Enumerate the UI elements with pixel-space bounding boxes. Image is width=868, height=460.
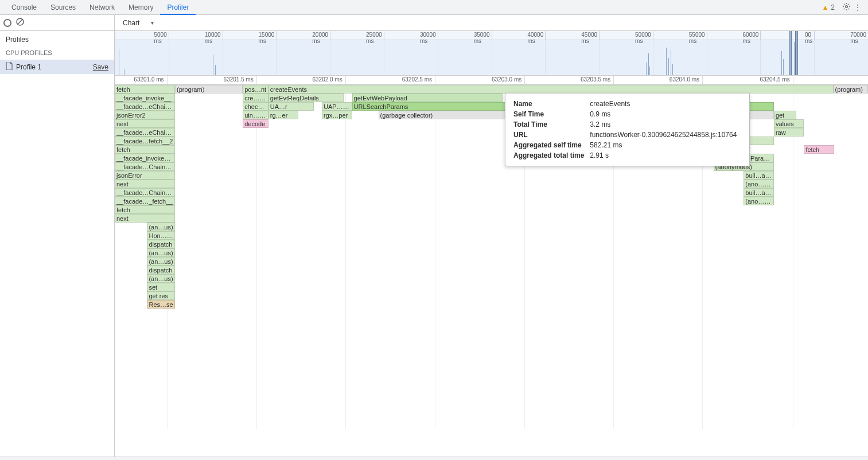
clear-button[interactable]: [15, 18, 25, 28]
flame-bar[interactable]: (an…us): [147, 257, 175, 266]
ruler-tick-label: 63203.5 ms: [581, 76, 610, 83]
ruler-tick-label: 63201.5 ms: [224, 76, 254, 83]
profile-name: Profile 1: [16, 63, 93, 71]
flame-bar[interactable]: UA…r: [268, 102, 314, 111]
flame-bar[interactable]: get: [774, 111, 796, 119]
view-mode-select[interactable]: Chart: [119, 17, 157, 29]
profile-row[interactable]: Profile 1 Save: [0, 60, 114, 74]
warning-count[interactable]: ▲ 2: [822, 3, 835, 11]
more-button[interactable]: ⋮: [852, 3, 863, 11]
profiles-sidebar: Profiles CPU PROFILES Profile 1 Save: [0, 15, 115, 460]
flame-bar[interactable]: createEvents: [268, 85, 834, 93]
flame-bar[interactable]: fetch: [804, 145, 834, 154]
tooltip-key: URL: [513, 130, 589, 139]
tooltip-value: 582.21 ms: [590, 141, 741, 150]
tooltip-value: 0.9 ms: [590, 110, 741, 119]
flame-bar[interactable]: rgx…per: [322, 111, 352, 119]
profiles-toolbar: [0, 15, 114, 31]
clear-icon: [15, 17, 25, 28]
flame-bar[interactable]: __facade_invoke__: [115, 93, 175, 102]
flame-bar[interactable]: (an…us): [147, 248, 175, 257]
flame-bar[interactable]: Res…se: [147, 300, 175, 309]
view-toolbar: Chart: [115, 15, 868, 31]
tooltip-value: functionsWorker-0.3009624625244858.js:10…: [590, 130, 741, 139]
flame-bar[interactable]: fetch: [115, 205, 175, 214]
flame-tooltip: NamecreateEventsSelf Time0.9 msTotal Tim…: [505, 93, 750, 166]
flame-bar[interactable]: jsonError2: [115, 111, 175, 119]
record-button[interactable]: [3, 19, 11, 27]
ruler-tick-label: 63203.0 ms: [492, 76, 521, 83]
ruler-tick-label: 63202.5 ms: [402, 76, 432, 83]
flame-bar[interactable]: jsonError: [115, 171, 175, 180]
flame-chart[interactable]: fetch(program)pos…ntcreateEvents(program…: [115, 85, 868, 460]
flame-bar[interactable]: (an…us): [147, 223, 175, 231]
document-icon: [6, 62, 13, 72]
flame-bar[interactable]: get res: [147, 291, 175, 300]
flame-bar[interactable]: Hon…ch: [147, 231, 175, 240]
cpu-profiles-heading: CPU PROFILES: [0, 46, 114, 60]
tab-memory[interactable]: Memory: [122, 0, 160, 15]
flame-bar[interactable]: next: [115, 214, 175, 223]
range-handle-right[interactable]: [795, 31, 798, 75]
range-handle-left[interactable]: [789, 31, 792, 75]
ruler-tick-label: 63204.5 ms: [760, 76, 789, 83]
flame-bar[interactable]: __facade…Chain__2: [115, 162, 175, 171]
tooltip-key: Total Time: [513, 120, 589, 129]
tab-console[interactable]: Console: [5, 0, 44, 15]
flame-bar[interactable]: (ano…us): [744, 180, 774, 188]
ruler-tick-label: 63201.0 ms: [134, 76, 164, 83]
tooltip-value: 2.91 s: [590, 151, 741, 160]
flame-bar[interactable]: decode: [243, 119, 268, 128]
devtools-tab-bar: Console Sources Network Memory Profiler …: [0, 0, 868, 15]
flame-bar[interactable]: cre…nts: [243, 93, 268, 102]
flame-bar[interactable]: next: [115, 180, 175, 188]
profile-view: Chart 5000 ms10000 ms15000 ms20000 ms250…: [115, 15, 868, 460]
flame-bar[interactable]: __facade…fetch__2: [115, 137, 175, 145]
tooltip-key: Self Time: [513, 110, 589, 119]
flame-bar[interactable]: (ano…us): [744, 197, 774, 205]
flame-bar[interactable]: fetch: [115, 145, 175, 154]
settings-button[interactable]: [840, 2, 852, 13]
warning-count-value: 2: [831, 3, 835, 11]
flame-bar[interactable]: buil…ams: [744, 188, 774, 197]
drawer-handle[interactable]: [0, 457, 868, 460]
flame-bar[interactable]: dispatch: [147, 266, 175, 274]
flame-bar[interactable]: (program): [175, 85, 243, 93]
flame-bar[interactable]: set: [147, 283, 175, 291]
flame-bar[interactable]: __facade…eChain__: [115, 128, 175, 137]
flame-bar[interactable]: (an…us): [147, 274, 175, 283]
flame-bar[interactable]: __facade…_fetch__: [115, 197, 175, 205]
flame-bar[interactable]: (program): [834, 85, 868, 93]
flame-bar[interactable]: raw: [774, 128, 804, 137]
flame-bar[interactable]: __facade…eChain__: [115, 102, 175, 111]
flame-bar[interactable]: UAP…ice: [322, 102, 352, 111]
flame-bar[interactable]: getEvtWebPayload: [352, 93, 503, 102]
flame-bar[interactable]: values: [774, 119, 804, 128]
flame-bar[interactable]: getEvtReqDetails: [268, 93, 344, 102]
tooltip-key: Aggregated self time: [513, 141, 589, 150]
ruler-tick-label: 63204.0 ms: [670, 76, 699, 83]
svg-point-0: [845, 5, 847, 7]
detail-ruler[interactable]: 63201.0 ms63201.5 ms63202.0 ms63202.5 ms…: [115, 76, 868, 85]
save-link[interactable]: Save: [93, 63, 108, 71]
flame-bar[interactable]: uin…ing: [243, 111, 268, 119]
flame-bar[interactable]: checkID: [243, 102, 268, 111]
gear-icon: [842, 5, 851, 13]
overview-timeline[interactable]: 5000 ms10000 ms15000 ms20000 ms25000 ms3…: [115, 31, 868, 76]
svg-line-2: [18, 20, 22, 24]
flame-bar[interactable]: __facade_invoke__2: [115, 154, 175, 162]
tooltip-key: Name: [513, 99, 589, 108]
flame-bar[interactable]: rg…er: [268, 111, 299, 119]
ruler-tick-label: 63202.0 ms: [313, 76, 342, 83]
flame-bar[interactable]: buil…ams: [744, 171, 774, 180]
tab-network[interactable]: Network: [83, 0, 122, 15]
tab-profiler[interactable]: Profiler: [160, 0, 196, 15]
flame-bar[interactable]: pos…nt: [243, 85, 268, 93]
tooltip-key: Aggregated total time: [513, 151, 589, 160]
flame-bar[interactable]: next: [115, 119, 175, 128]
tooltip-value: 3.2 ms: [590, 120, 741, 129]
tab-sources[interactable]: Sources: [44, 0, 83, 15]
flame-bar[interactable]: __facade…Chain__2: [115, 188, 175, 197]
flame-bar[interactable]: fetch: [115, 85, 175, 93]
flame-bar[interactable]: dispatch: [147, 240, 175, 248]
